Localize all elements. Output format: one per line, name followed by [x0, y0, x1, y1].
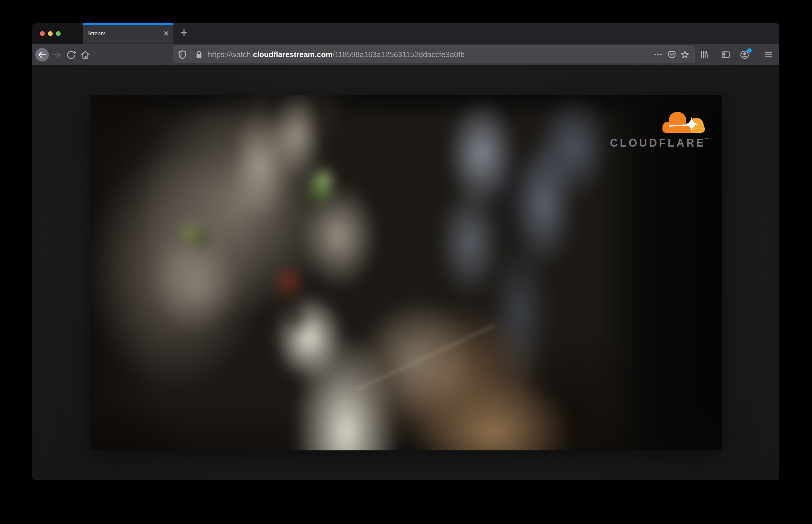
notification-dot [747, 48, 752, 53]
account-button[interactable] [738, 48, 751, 62]
url-text[interactable]: https://watch.cloudflarestream.com/11859… [208, 50, 654, 59]
page-actions-button[interactable]: ••• [654, 51, 663, 58]
tab-bar: Stream × + [32, 23, 779, 44]
url-path: /118598a163a125631152ddaccfe3a0fb [332, 50, 465, 59]
back-arrow-icon [37, 49, 47, 60]
forward-arrow-icon [51, 49, 62, 60]
cloudflare-cloud-icon [659, 110, 709, 136]
library-button[interactable] [697, 48, 711, 62]
hamburger-menu-icon [763, 49, 774, 60]
reload-button[interactable] [64, 48, 78, 62]
pocket-icon [667, 49, 677, 60]
pocket-button[interactable] [665, 48, 678, 61]
home-icon [80, 49, 91, 60]
url-bar-divider [191, 50, 191, 59]
screenshot-canvas: { "window": { "app": "browser", "active_… [0, 0, 812, 524]
cloudflare-brand-text: CLOUDFLARE [610, 137, 706, 149]
minimize-window-button[interactable] [48, 31, 53, 36]
video-player[interactable]: CLOUDFLARE™ [90, 95, 722, 451]
tab-stream[interactable]: Stream × [83, 23, 174, 44]
star-icon [680, 49, 690, 60]
menu-button[interactable] [762, 48, 775, 62]
lock-icon[interactable] [194, 49, 204, 60]
tracking-protection-shield-icon[interactable] [177, 49, 188, 60]
browser-window: Stream × + [32, 23, 779, 480]
trademark-symbol: ™ [704, 137, 709, 142]
reload-icon [66, 49, 76, 60]
url-scheme-subdomain: https://watch. [208, 50, 253, 59]
new-tab-button[interactable]: + [174, 23, 195, 44]
cloudflare-wordmark: CLOUDFLARE™ [610, 137, 709, 149]
url-domain: cloudflarestream.com [253, 50, 332, 59]
library-icon [699, 49, 710, 60]
tab-close-icon[interactable]: × [162, 29, 170, 38]
url-bar[interactable]: https://watch.cloudflarestream.com/11859… [173, 46, 695, 63]
close-window-button[interactable] [40, 31, 45, 36]
plus-icon: + [180, 26, 188, 39]
bookmark-star-button[interactable] [678, 48, 691, 61]
zoom-window-button[interactable] [56, 31, 61, 36]
home-button[interactable] [79, 48, 92, 62]
cloudflare-watermark: CLOUDFLARE™ [610, 110, 709, 149]
window-controls [32, 23, 83, 44]
back-button[interactable] [35, 48, 49, 62]
page-content: CLOUDFLARE™ [32, 65, 779, 480]
tab-title: Stream [87, 30, 162, 37]
navigation-toolbar: https://watch.cloudflarestream.com/11859… [32, 44, 779, 65]
sidebar-icon [720, 49, 731, 60]
tab-bar-spacer [195, 23, 779, 44]
forward-button[interactable] [50, 48, 63, 62]
sidebar-toggle-button[interactable] [719, 48, 732, 62]
